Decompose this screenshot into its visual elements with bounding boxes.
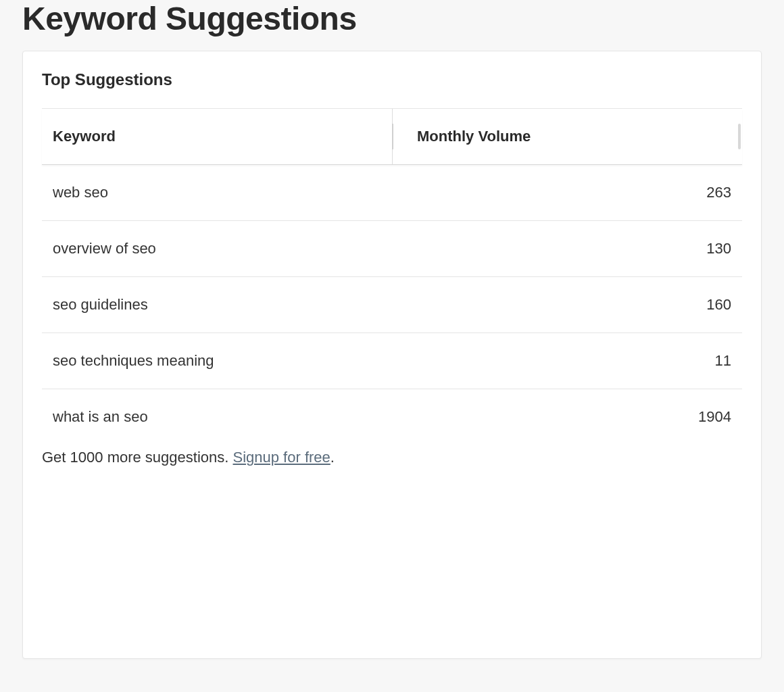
cta-line: Get 1000 more suggestions. Signup for fr…: [42, 449, 742, 466]
cell-volume: 11: [715, 352, 731, 370]
column-header-volume[interactable]: Monthly Volume: [392, 109, 742, 164]
cell-volume: 263: [706, 184, 731, 201]
table-row: seo techniques meaning 11: [42, 333, 742, 389]
cell-keyword: web seo: [53, 184, 706, 201]
table-header-row: Keyword Monthly Volume: [42, 109, 742, 165]
table-row: seo guidelines 160: [42, 277, 742, 333]
card-title: Top Suggestions: [42, 70, 742, 89]
suggestions-card: Top Suggestions Keyword Monthly Volume w…: [22, 51, 762, 659]
page-container: Keyword Suggestions Top Suggestions Keyw…: [0, 0, 784, 681]
cell-keyword: seo techniques meaning: [53, 352, 715, 370]
table-row: overview of seo 130: [42, 221, 742, 277]
column-header-keyword[interactable]: Keyword: [42, 109, 392, 164]
cell-keyword: overview of seo: [53, 240, 706, 257]
page-title: Keyword Suggestions: [22, 0, 762, 37]
cell-keyword: seo guidelines: [53, 296, 706, 314]
cell-volume: 1904: [698, 408, 731, 426]
suggestions-table: Keyword Monthly Volume web seo 263 overv…: [42, 108, 742, 445]
cell-keyword: what is an seo: [53, 408, 698, 426]
signup-link[interactable]: Signup for free: [233, 449, 330, 466]
table-row: what is an seo 1904: [42, 389, 742, 445]
cta-suffix: .: [330, 449, 335, 466]
cta-prefix: Get 1000 more suggestions.: [42, 449, 233, 466]
cell-volume: 160: [706, 296, 731, 314]
table-row: web seo 263: [42, 165, 742, 221]
cell-volume: 130: [706, 240, 731, 257]
